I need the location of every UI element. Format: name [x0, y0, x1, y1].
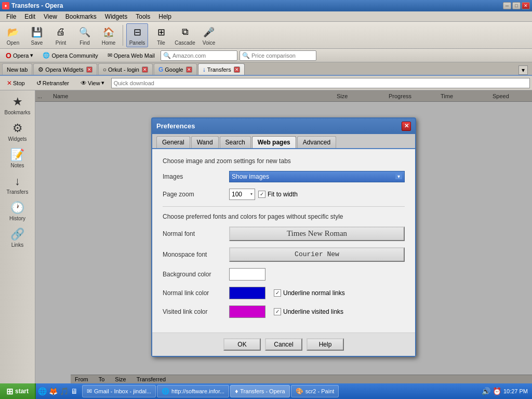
cascade-icon: ⧉ [178, 25, 192, 39]
taskbar-transfers[interactable]: ♦ Transfers - Opera [230, 385, 290, 397]
tab-transfers[interactable]: ↓ Transfers ✕ [198, 63, 245, 75]
voice-button[interactable]: 🎤 Voice [198, 23, 220, 47]
close-orkut-tab[interactable]: ✕ [142, 66, 148, 73]
section2-title: Choose preferred fonts and colors for pa… [163, 213, 405, 220]
page-zoom-label: Page zoom [163, 191, 225, 198]
underline-visited-checkbox[interactable]: ✓ [274, 308, 281, 315]
search-box-1[interactable]: 🔍 [161, 50, 237, 61]
modal-close-button[interactable]: ✕ [402, 122, 411, 131]
tab-wand[interactable]: Wand [191, 136, 219, 148]
view-label: View [88, 80, 100, 86]
search-input-1[interactable] [172, 52, 235, 59]
cascade-button[interactable]: ⧉ Cascade [174, 23, 196, 47]
tab-webpages[interactable]: Web pages [252, 136, 296, 148]
sidebar-item-links[interactable]: 🔗 Links [2, 225, 33, 250]
underline-visited-label[interactable]: ✓ Underline visited links [274, 308, 343, 315]
home-button[interactable]: 🏠 Home [98, 23, 119, 47]
network-icon[interactable]: 🔊 [482, 387, 490, 395]
tab-general[interactable]: General [156, 136, 190, 148]
tile-button[interactable]: ⊞ Tile [150, 23, 172, 47]
show-desktop-icon[interactable]: 🖥 [71, 387, 78, 395]
menu-file[interactable]: File [2, 12, 20, 21]
help-button[interactable]: Help [307, 338, 344, 351]
taskbar-browser[interactable]: 🌐 http://software.infor... [157, 385, 229, 397]
start-button[interactable]: ⊞ start [0, 383, 36, 399]
new-tab-button[interactable]: New tab [2, 63, 32, 75]
bg-color-swatch[interactable] [229, 268, 265, 281]
underline-visited-text: Underline visited links [283, 308, 343, 315]
print-button[interactable]: 🖨 Print [50, 23, 72, 47]
sidebar-item-notes[interactable]: 📝 Notes [2, 145, 33, 171]
menu-view[interactable]: View [39, 12, 61, 21]
sidebar: ★ Bookmarks ⚙ Widgets 📝 Notes ↓ Transfer… [0, 90, 35, 383]
close-opera-widgets-tab[interactable]: ✕ [86, 66, 92, 73]
cancel-button[interactable]: Cancel [265, 338, 302, 351]
taskbar-gmail[interactable]: ✉ Gmail - Inbox - jindal... [82, 385, 156, 397]
tab-search[interactable]: Search [220, 136, 251, 148]
ok-label: OK [237, 341, 246, 348]
content-area: ... Name Size Progress Time Speed Prefer… [35, 90, 532, 383]
search-box-2[interactable]: 🔍 [240, 50, 316, 61]
close-transfers-tab[interactable]: ✕ [234, 66, 240, 73]
minimize-button[interactable]: ─ [503, 2, 511, 9]
tab-list-button[interactable]: ▾ [518, 65, 528, 75]
maximize-button[interactable]: □ [512, 2, 521, 9]
sidebar-item-transfers[interactable]: ↓ Transfers [2, 172, 33, 197]
clock-icon[interactable]: ⏰ [493, 387, 501, 395]
close-button[interactable]: ✕ [522, 2, 530, 9]
modal-overlay: Preferences ✕ General Wand Search Web pa… [35, 90, 532, 383]
modal-title: Preferences [156, 122, 195, 130]
close-google-tab[interactable]: ✕ [186, 66, 192, 73]
search-input-2[interactable] [251, 52, 314, 59]
zoom-value-dropdown[interactable]: 100 ▾ [229, 189, 255, 200]
tab-orkut[interactable]: ○ Orkut - login ✕ [98, 63, 153, 75]
menu-help[interactable]: Help [154, 12, 176, 21]
firefox-icon[interactable]: 🦊 [49, 387, 58, 395]
browser-icon: 🌐 [162, 388, 169, 395]
opera-button[interactable]: O Opera ▾ [2, 50, 37, 61]
underline-normal-label[interactable]: ✓ Underline normal links [274, 289, 345, 297]
panels-icon: ⊟ [130, 25, 144, 39]
menu-bookmarks[interactable]: Bookmarks [61, 12, 101, 21]
menu-tools[interactable]: Tools [131, 12, 154, 21]
taskbar-paint[interactable]: 🎨 scr2 - Paint [291, 385, 339, 397]
modal-content: Choose image and zoom settings for new t… [152, 149, 415, 332]
sidebar-item-bookmarks[interactable]: ★ Bookmarks [2, 92, 33, 118]
images-dropdown[interactable]: Show images ▾ [229, 171, 405, 182]
ok-button[interactable]: OK [223, 338, 261, 351]
title-bar-left: ♦ Transfers - Opera [2, 2, 63, 9]
quick-launch: 🌐 🦊 🎵 🖥 [36, 387, 80, 395]
fit-to-width-checkbox[interactable]: ✓ [258, 191, 265, 198]
menu-widgets[interactable]: Widgets [101, 12, 131, 21]
view-icon: 👁 [81, 79, 87, 87]
main-toolbar: 📂 Open 💾 Save 🖨 Print 🔍 Find 🏠 Home ⊟ Pa… [0, 22, 532, 49]
tab-google[interactable]: G Google ✕ [154, 63, 197, 75]
panels-button[interactable]: ⊟ Panels [126, 23, 148, 47]
monospace-font-button[interactable]: Courier New [229, 247, 405, 262]
save-button[interactable]: 💾 Save [26, 23, 48, 47]
view-button[interactable]: 👁 View ▾ [76, 78, 109, 88]
opera-webmail-link[interactable]: ✉ Opera Web Mail [104, 50, 158, 60]
page-zoom-row: Page zoom 100 ▾ ✓ Fit to width [163, 189, 405, 200]
tab-advanced[interactable]: Advanced [297, 136, 336, 148]
find-button[interactable]: 🔍 Find [74, 23, 96, 47]
opera-community-link[interactable]: 🌐 Opera Community [39, 50, 101, 60]
tab-opera-widgets[interactable]: ⚙ Opera Widgets ✕ [33, 63, 97, 75]
stop-button[interactable]: ✕ Stop [2, 78, 30, 88]
fit-to-width-text: Fit to width [268, 191, 298, 198]
normal-link-swatch[interactable] [229, 287, 265, 299]
sidebar-item-widgets[interactable]: ⚙ Widgets [2, 119, 33, 144]
visited-link-swatch[interactable] [229, 305, 265, 318]
retransfer-button[interactable]: ↺ Retransfer [32, 78, 74, 88]
normal-font-button[interactable]: Times New Roman [229, 227, 405, 241]
monospace-font-value: Courier New [295, 250, 339, 258]
open-button[interactable]: 📂 Open [2, 23, 24, 47]
quick-download-input[interactable] [111, 78, 530, 88]
sidebar-item-history[interactable]: 🕐 History [2, 198, 33, 224]
menu-edit[interactable]: Edit [20, 12, 39, 21]
ie-icon[interactable]: 🌐 [38, 387, 47, 395]
monospace-font-row: Monospace font Courier New [163, 247, 405, 262]
fit-to-width-label[interactable]: ✓ Fit to width [258, 191, 298, 198]
media-icon[interactable]: 🎵 [60, 387, 69, 395]
underline-normal-checkbox[interactable]: ✓ [274, 289, 281, 297]
